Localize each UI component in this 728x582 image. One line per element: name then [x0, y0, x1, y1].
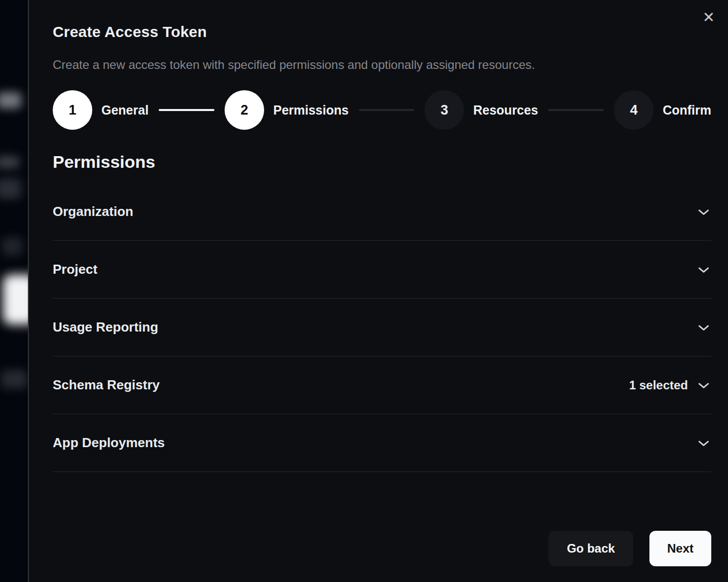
perm-row-label: Organization: [53, 204, 133, 220]
perm-row-project[interactable]: Project: [53, 241, 711, 299]
perm-row-label: Project: [53, 262, 97, 277]
perm-row-organization[interactable]: Organization: [53, 183, 711, 241]
step-connector: [359, 109, 415, 111]
step-permissions[interactable]: 2 Permissions: [225, 90, 349, 130]
step-general-number: 1: [53, 90, 92, 130]
background-blur-text: [0, 156, 19, 168]
permissions-list: Organization Project Usage Reporting: [53, 183, 711, 472]
next-button[interactable]: Next: [649, 531, 711, 566]
background-blur-card: [3, 275, 29, 324]
chevron-down-icon[interactable]: [696, 378, 711, 393]
step-connector: [548, 109, 604, 111]
step-permissions-number: 2: [225, 90, 264, 130]
perm-row-badge: 1 selected: [629, 378, 688, 392]
perm-row-label: App Deployments: [53, 435, 165, 451]
step-permissions-label: Permissions: [273, 103, 349, 118]
chevron-down-icon[interactable]: [696, 262, 711, 277]
step-resources[interactable]: 3 Resources: [424, 90, 538, 130]
chevron-down-icon[interactable]: [696, 320, 711, 335]
perm-row-schema-registry[interactable]: Schema Registry 1 selected: [53, 356, 711, 414]
perm-row-app-deployments[interactable]: App Deployments: [53, 414, 711, 472]
chevron-down-icon[interactable]: [696, 435, 711, 451]
create-access-token-modal: ✕ Create Access Token Create a new acces…: [28, 0, 728, 582]
step-resources-label: Resources: [473, 103, 538, 118]
stepper: 1 General 2 Permissions 3 Resources 4 Co…: [53, 90, 711, 130]
background-blur-icon: [2, 237, 22, 256]
perm-row-label: Schema Registry: [53, 377, 160, 393]
step-general[interactable]: 1 General: [53, 90, 149, 130]
permissions-heading: Permissions: [53, 152, 711, 172]
go-back-button[interactable]: Go back: [549, 531, 633, 566]
background-page: [0, 0, 29, 582]
step-general-label: General: [101, 103, 149, 118]
background-blur-logo: [0, 92, 21, 108]
background-blur-text: [1, 370, 27, 388]
perm-row-label: Usage Reporting: [53, 319, 158, 335]
step-confirm-label: Confirm: [663, 103, 711, 118]
close-icon[interactable]: ✕: [699, 7, 719, 27]
chevron-down-icon[interactable]: [696, 204, 711, 220]
modal-subtitle: Create a new access token with specified…: [53, 58, 711, 72]
step-connector: [159, 109, 214, 111]
step-confirm[interactable]: 4 Confirm: [614, 90, 711, 130]
perm-row-usage-reporting[interactable]: Usage Reporting: [53, 299, 711, 356]
modal-title: Create Access Token: [53, 23, 711, 41]
step-resources-number: 3: [424, 90, 464, 130]
background-blur-text: [0, 178, 21, 199]
modal-footer: Go back Next: [53, 531, 711, 566]
step-confirm-number: 4: [614, 90, 653, 130]
